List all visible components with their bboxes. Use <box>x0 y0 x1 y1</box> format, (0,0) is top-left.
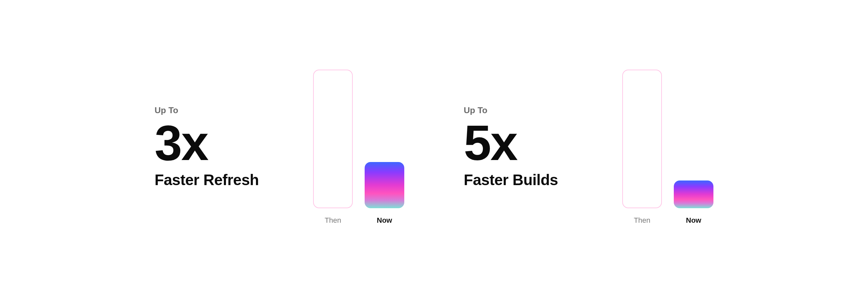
text-block-refresh: Up To 3x Faster Refresh <box>155 105 293 189</box>
bar-label-then: Then <box>622 216 662 225</box>
bar-label-now: Now <box>674 216 713 225</box>
eyebrow-label: Up To <box>464 105 602 116</box>
bars-builds <box>622 70 713 208</box>
bar-now-builds <box>674 181 713 208</box>
bars-wrap-refresh: Then Now <box>313 70 404 225</box>
subtitle-label: Faster Refresh <box>155 171 293 189</box>
text-block-builds: Up To 5x Faster Builds <box>464 105 602 189</box>
metric-value: 3x <box>155 118 293 168</box>
bar-now-refresh <box>365 162 404 208</box>
bars-refresh <box>313 70 404 208</box>
metric-value: 5x <box>464 118 602 168</box>
bar-labels-refresh: Then Now <box>313 216 404 225</box>
bar-label-now: Now <box>365 216 404 225</box>
panel-builds: Up To 5x Faster Builds Then Now <box>464 70 713 225</box>
panel-refresh: Up To 3x Faster Refresh Then Now <box>155 70 404 225</box>
bar-labels-builds: Then Now <box>622 216 713 225</box>
bars-wrap-builds: Then Now <box>622 70 713 225</box>
bar-then-refresh <box>313 70 353 208</box>
eyebrow-label: Up To <box>155 105 293 116</box>
bar-label-then: Then <box>313 216 353 225</box>
bar-then-builds <box>622 70 662 208</box>
subtitle-label: Faster Builds <box>464 171 602 189</box>
